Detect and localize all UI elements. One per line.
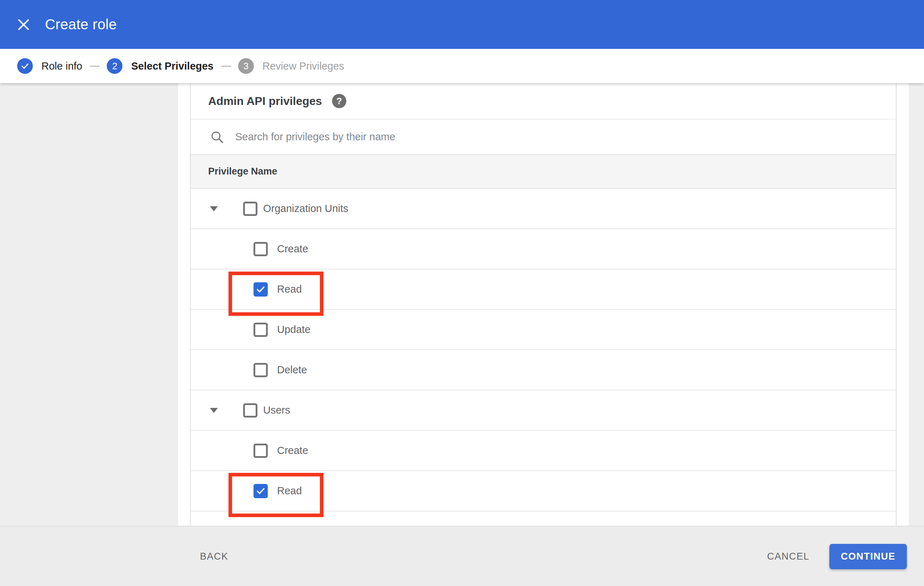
checkbox-check-icon [256, 285, 265, 294]
step-role-info[interactable]: Role info [17, 58, 82, 74]
row-label: Update [277, 324, 310, 336]
step1-circle [17, 58, 33, 74]
cancel-button[interactable]: CANCEL [767, 551, 809, 562]
checkbox-ou-delete[interactable] [254, 363, 268, 377]
table-row-organization-units[interactable]: Organization Units [191, 189, 896, 229]
continue-button[interactable]: CONTINUE [829, 544, 907, 569]
main-content-area: Admin API privileges ? Privilege Name [0, 83, 924, 526]
footer-actions: CANCEL CONTINUE [767, 527, 907, 586]
back-button[interactable]: BACK [200, 527, 228, 586]
step1-check-icon [21, 62, 29, 70]
stepper: Role info 2 Select Privileges 3 Review P… [0, 49, 924, 83]
checkbox-users-read[interactable] [254, 484, 268, 498]
table-header-label: Privilege Name [208, 166, 277, 177]
table-row-ou-read[interactable]: Read [191, 270, 896, 310]
table-header-row: Privilege Name [191, 154, 896, 189]
table-row-ou-update[interactable]: Update [191, 310, 896, 350]
step2-label: Select Privileges [131, 60, 213, 72]
row-label: Read [277, 485, 302, 497]
checkbox-organization-units[interactable] [243, 202, 257, 216]
help-icon[interactable]: ? [332, 94, 346, 108]
row-label: Create [277, 243, 308, 255]
table-row-users-create[interactable]: Create [191, 431, 896, 471]
step3-label: Review Privileges [262, 60, 344, 72]
table-row-ou-create[interactable]: Create [191, 229, 896, 270]
expand-arrow-icon[interactable] [210, 408, 218, 413]
checkbox-users[interactable] [243, 403, 257, 418]
search-row [191, 120, 896, 154]
row-label: Delete [277, 364, 307, 376]
footer-bar: BACK CANCEL CONTINUE [0, 526, 924, 586]
step-select-privileges[interactable]: 2 Select Privileges [107, 58, 213, 74]
step3-circle: 3 [238, 58, 254, 74]
row-label: Organization Units [263, 203, 348, 214]
row-label: Read [277, 283, 302, 295]
expand-arrow-icon[interactable] [210, 206, 218, 211]
stepper-dash [90, 66, 100, 67]
close-button[interactable] [16, 17, 31, 33]
checkbox-ou-update[interactable] [254, 323, 268, 337]
checkbox-users-create[interactable] [254, 444, 268, 458]
table-row-users-read[interactable]: Read [191, 471, 896, 512]
stepper-dash [221, 66, 231, 67]
step2-circle: 2 [107, 58, 122, 74]
step-review-privileges[interactable]: 3 Review Privileges [238, 58, 344, 74]
checkbox-check-icon [256, 486, 265, 496]
search-icon [210, 130, 224, 144]
checkbox-ou-create[interactable] [254, 242, 268, 256]
scroll-area: Admin API privileges ? Privilege Name [178, 83, 909, 526]
appbar: Create role [0, 0, 924, 49]
table-row-users[interactable]: Users [191, 390, 896, 431]
clipped-row [191, 512, 896, 526]
section-title: Admin API privileges [208, 95, 322, 108]
row-label: Create [277, 444, 308, 456]
page-title: Create role [45, 16, 117, 33]
checkbox-ou-read[interactable] [254, 282, 268, 296]
close-icon [17, 18, 30, 31]
search-input[interactable] [235, 131, 771, 143]
privileges-card: Admin API privileges ? Privilege Name [190, 83, 896, 526]
row-label: Users [263, 404, 290, 416]
table-row-ou-delete[interactable]: Delete [191, 350, 896, 390]
section-title-row: Admin API privileges ? [191, 83, 896, 120]
step1-label: Role info [41, 60, 82, 72]
